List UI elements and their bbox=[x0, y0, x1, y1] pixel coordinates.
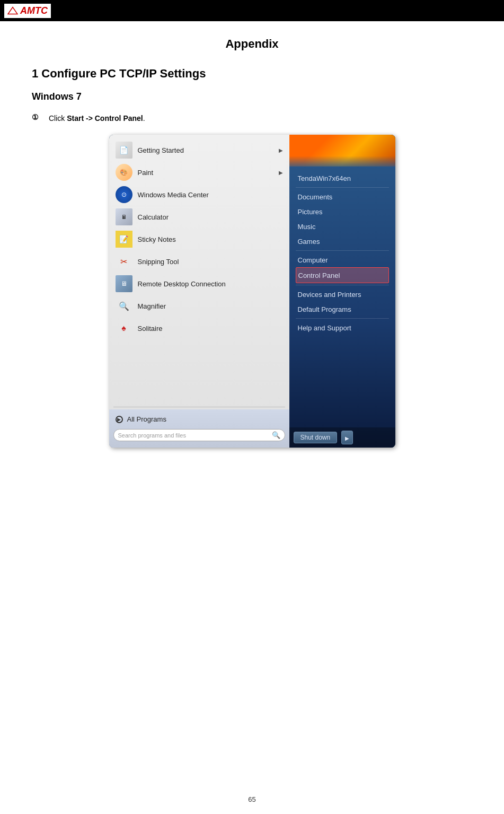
menu-item-snipping-tool[interactable]: ✂ Snipping Tool bbox=[109, 250, 289, 273]
header-bar: AMTC bbox=[0, 0, 504, 21]
right-item-tenda[interactable]: TendaWin7x64en bbox=[296, 171, 389, 186]
right-item-default-programs[interactable]: Default Programs bbox=[296, 302, 389, 317]
menu-label-remote-desktop: Remote Desktop Connection bbox=[138, 280, 283, 288]
right-item-devices-label: Devices and Printers bbox=[298, 291, 361, 299]
page-footer: 65 bbox=[0, 795, 504, 803]
step1-bold: Start -> Control Panel bbox=[67, 114, 143, 122]
sticky-notes-icon: 📝 bbox=[116, 231, 132, 248]
right-bottom: Shut down ▶ bbox=[289, 427, 395, 448]
right-item-control-panel[interactable]: Control Panel bbox=[296, 267, 389, 283]
right-top-image bbox=[289, 135, 395, 167]
search-placeholder-text: Search programs and files bbox=[118, 432, 270, 439]
right-menu-items: TendaWin7x64en Documents Pictures Music … bbox=[289, 167, 395, 427]
left-panel-bottom: ▶ All Programs Search programs and files… bbox=[109, 409, 289, 448]
menu-label-calculator: Calculator bbox=[138, 213, 283, 221]
all-programs-row[interactable]: ▶ All Programs bbox=[109, 413, 289, 426]
right-item-help-label: Help and Support bbox=[298, 324, 351, 332]
step1-number: ① bbox=[32, 113, 42, 121]
logo-text: AMTC bbox=[20, 5, 48, 16]
menu-label-sticky-notes: Sticky Notes bbox=[138, 235, 283, 243]
page-number: 65 bbox=[248, 795, 255, 803]
right-item-computer[interactable]: Computer bbox=[296, 252, 389, 267]
right-item-computer-label: Computer bbox=[298, 256, 328, 264]
shutdown-label: Shut down bbox=[300, 434, 331, 441]
paint-arrow: ▶ bbox=[279, 170, 283, 176]
shutdown-arrow-button[interactable]: ▶ bbox=[341, 431, 353, 444]
right-divider-1 bbox=[296, 187, 389, 188]
menu-item-paint[interactable]: 🎨 Paint ▶ bbox=[109, 161, 289, 183]
step1-text: Click Start -> Control Panel. bbox=[49, 113, 145, 124]
right-item-default-programs-label: Default Programs bbox=[298, 305, 351, 313]
getting-started-icon: 📄 bbox=[116, 142, 132, 159]
menu-item-remote-desktop[interactable]: 🖥 Remote Desktop Connection bbox=[109, 273, 289, 295]
win7-startmenu: 📄 Getting Started ▶ 🎨 Paint ▶ ⊙ Windows … bbox=[109, 135, 395, 448]
search-bar[interactable]: Search programs and files 🔍 bbox=[113, 429, 285, 441]
right-item-pictures-label: Pictures bbox=[298, 208, 323, 216]
left-panel-top: 📄 Getting Started ▶ 🎨 Paint ▶ ⊙ Windows … bbox=[109, 135, 289, 405]
right-item-pictures[interactable]: Pictures bbox=[296, 204, 389, 219]
menu-label-magnifier: Magnifier bbox=[138, 302, 283, 310]
remote-desktop-icon: 🖥 bbox=[116, 275, 132, 292]
menu-label-paint: Paint bbox=[138, 169, 279, 177]
right-item-games[interactable]: Games bbox=[296, 234, 389, 249]
right-item-control-panel-label: Control Panel bbox=[298, 272, 340, 279]
right-item-documents-label: Documents bbox=[298, 193, 333, 201]
left-divider bbox=[113, 407, 285, 407]
wmc-icon: ⊙ bbox=[116, 186, 132, 203]
right-divider-4 bbox=[296, 318, 389, 319]
menu-item-solitaire[interactable]: ♠ Solitaire bbox=[109, 317, 289, 339]
calculator-icon: 🖩 bbox=[116, 208, 132, 225]
paint-icon: 🎨 bbox=[116, 164, 132, 181]
windows7-heading: Windows 7 bbox=[32, 91, 472, 102]
all-programs-label: All Programs bbox=[127, 415, 283, 423]
magnifier-icon: 🔍 bbox=[116, 297, 132, 314]
menu-label-solitaire: Solitaire bbox=[138, 325, 283, 332]
right-item-documents[interactable]: Documents bbox=[296, 189, 389, 204]
menu-label-getting-started: Getting Started bbox=[138, 146, 279, 154]
right-item-music[interactable]: Music bbox=[296, 219, 389, 234]
menu-item-sticky-notes[interactable]: 📝 Sticky Notes bbox=[109, 228, 289, 250]
left-panel: 📄 Getting Started ▶ 🎨 Paint ▶ ⊙ Windows … bbox=[109, 135, 289, 448]
menu-item-magnifier[interactable]: 🔍 Magnifier bbox=[109, 295, 289, 317]
right-panel: TendaWin7x64en Documents Pictures Music … bbox=[289, 135, 395, 448]
menu-label-snipping-tool: Snipping Tool bbox=[138, 258, 283, 266]
right-item-music-label: Music bbox=[298, 223, 316, 231]
page-title: Appendix bbox=[32, 37, 472, 51]
all-programs-arrow-icon: ▶ bbox=[116, 416, 123, 423]
getting-started-arrow: ▶ bbox=[279, 147, 283, 153]
menu-item-calculator[interactable]: 🖩 Calculator bbox=[109, 206, 289, 228]
solitaire-icon: ♠ bbox=[116, 320, 132, 337]
logo-box: AMTC bbox=[4, 4, 51, 18]
svg-marker-0 bbox=[8, 7, 17, 14]
amtc-logo-icon bbox=[7, 5, 18, 16]
screenshot-container: 📄 Getting Started ▶ 🎨 Paint ▶ ⊙ Windows … bbox=[32, 135, 472, 448]
step1-instruction: ① Click Start -> Control Panel. bbox=[32, 113, 472, 124]
section1-heading: 1 Configure PC TCP/IP Settings bbox=[32, 67, 472, 81]
right-item-devices[interactable]: Devices and Printers bbox=[296, 287, 389, 302]
shutdown-button[interactable]: Shut down bbox=[294, 432, 338, 443]
search-icon: 🔍 bbox=[272, 431, 280, 439]
menu-item-getting-started[interactable]: 📄 Getting Started ▶ bbox=[109, 139, 289, 161]
right-item-tenda-label: TendaWin7x64en bbox=[298, 174, 351, 182]
menu-item-wmc[interactable]: ⊙ Windows Media Center bbox=[109, 183, 289, 206]
snipping-tool-icon: ✂ bbox=[116, 253, 132, 270]
right-item-games-label: Games bbox=[298, 238, 320, 246]
shutdown-arrow-icon: ▶ bbox=[345, 435, 349, 441]
right-divider-2 bbox=[296, 250, 389, 251]
menu-label-wmc: Windows Media Center bbox=[138, 191, 283, 199]
main-content: Appendix 1 Configure PC TCP/IP Settings … bbox=[0, 21, 504, 474]
right-divider-3 bbox=[296, 285, 389, 285]
right-item-help[interactable]: Help and Support bbox=[296, 320, 389, 335]
